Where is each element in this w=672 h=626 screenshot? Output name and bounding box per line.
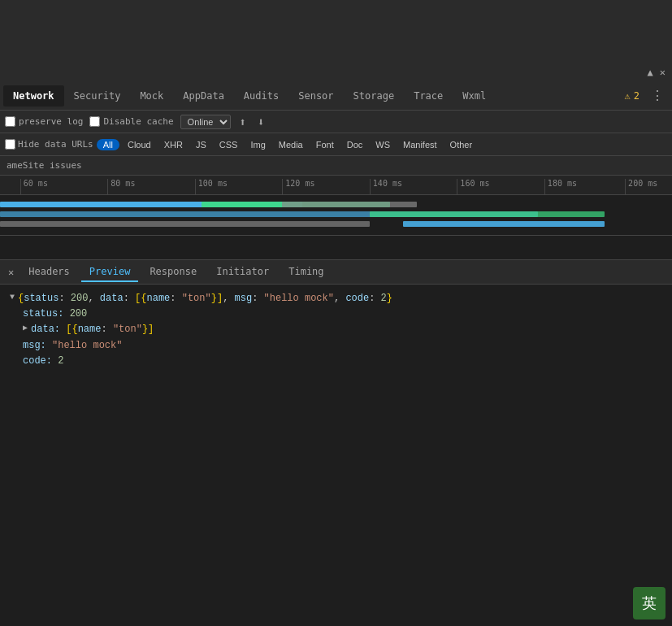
tab-bar: Network Security Mock AppData Audits Sen… (0, 81, 672, 111)
main-content: Network Security Mock AppData Audits Sen… (0, 81, 672, 626)
root-expand-arrow[interactable]: ▼ (10, 291, 15, 304)
hide-data-urls-label: Hide data URLs (18, 139, 93, 150)
tab-network[interactable]: Network (3, 85, 64, 107)
filter-bar: Hide data URLs All Cloud XHR JS CSS Img … (0, 133, 672, 156)
preview-status-line: status: 200 (23, 306, 662, 322)
timeline-waterfall (0, 195, 672, 236)
filter-doc[interactable]: Doc (342, 139, 368, 150)
detail-tab-headers[interactable]: Headers (20, 263, 78, 282)
tab-trace[interactable]: Trace (404, 85, 453, 107)
download-icon[interactable]: ⬇ (255, 115, 267, 128)
filter-img[interactable]: Img (245, 139, 270, 150)
preview-code-line: code: 2 (23, 354, 662, 369)
minimize-icon[interactable]: ▲ (648, 67, 653, 78)
filter-font[interactable]: Font (311, 139, 339, 150)
close-icon[interactable]: ✕ (660, 67, 665, 78)
filter-manifest[interactable]: Manifest (398, 139, 442, 150)
preview-msg-line: msg: "hello mock" (23, 338, 662, 354)
top-bar: ▲ ✕ (0, 0, 672, 81)
tab-security[interactable]: Security (64, 85, 131, 107)
upload-icon[interactable]: ⬆ (237, 115, 249, 128)
disable-cache-checkbox[interactable]: Disable cache (89, 116, 173, 127)
timeline-header: 60 ms 80 ms 100 ms 120 ms 140 ms 160 ms … (0, 176, 672, 195)
detail-close-icon[interactable]: ✕ (5, 267, 17, 278)
preview-pane: ▼ {status: 200, data: [{name: "ton"}], m… (0, 285, 672, 626)
detail-tab-preview[interactable]: Preview (81, 263, 139, 282)
preserve-log-label: preserve log (19, 116, 83, 127)
tab-storage[interactable]: Storage (344, 85, 405, 107)
toolbar: preserve log Disable cache Online ⬆ ⬇ (0, 111, 672, 133)
warning-count: 2 (634, 90, 639, 102)
detail-tab-initiator[interactable]: Initiator (208, 263, 277, 282)
network-condition-select[interactable]: Online (180, 115, 231, 129)
tick-3: 120 ms (282, 179, 314, 195)
waterfall-bar-6 (0, 221, 370, 227)
filter-js[interactable]: JS (191, 139, 211, 150)
tab-appdata[interactable]: AppData (173, 85, 234, 107)
tick-4: 140 ms (370, 179, 402, 195)
top-bar-icons: ▲ ✕ (648, 67, 665, 78)
tick-6: 180 ms (544, 179, 577, 195)
disable-cache-input[interactable] (89, 116, 100, 127)
tick-2: 100 ms (195, 179, 228, 195)
samesite-text: ameSite issues (7, 160, 82, 171)
filter-other[interactable]: Other (445, 139, 478, 150)
hide-data-urls-input[interactable] (5, 139, 15, 150)
hide-data-urls-checkbox[interactable]: Hide data URLs (5, 139, 93, 150)
tab-wxml[interactable]: Wxml (453, 85, 496, 107)
warning-badge: ⚠ 2 (625, 90, 639, 102)
preserve-log-checkbox[interactable]: preserve log (5, 116, 83, 127)
waterfall-bar-5 (370, 211, 605, 217)
tab-menu-icon[interactable]: ⋮ (646, 88, 669, 103)
detail-tab-timing[interactable]: Timing (280, 263, 332, 282)
waterfall-bar-7 (403, 221, 605, 227)
preserve-log-input[interactable] (5, 116, 15, 127)
filter-cloud[interactable]: Cloud (123, 139, 156, 150)
empty-row (0, 236, 672, 260)
timeline-ticks: 60 ms 80 ms 100 ms 120 ms 140 ms 160 ms … (0, 176, 672, 194)
tab-mock[interactable]: Mock (130, 85, 173, 107)
filter-css[interactable]: CSS (215, 139, 243, 150)
filter-media[interactable]: Media (274, 139, 308, 150)
tick-5: 160 ms (457, 179, 489, 195)
warning-icon: ⚠ (625, 90, 631, 102)
tick-1: 80 ms (107, 179, 135, 195)
tick-0: 60 ms (20, 179, 48, 195)
samesite-bar: ameSite issues (0, 156, 672, 176)
preview-data-line: ▶ data: [{name: "ton"}] (23, 322, 662, 337)
data-expand-arrow[interactable]: ▶ (23, 322, 28, 335)
waterfall-bar-3 (282, 202, 416, 207)
filter-all[interactable]: All (97, 139, 119, 150)
disable-cache-label: Disable cache (103, 116, 173, 127)
filter-ws[interactable]: WS (371, 139, 395, 150)
tick-7: 200 ms (625, 179, 657, 195)
preview-root-line: ▼ {status: 200, data: [{name: "ton"}], m… (10, 291, 662, 306)
corner-icon[interactable]: 英 (633, 587, 665, 619)
detail-tab-response[interactable]: Response (141, 263, 205, 282)
tab-sensor[interactable]: Sensor (288, 85, 343, 107)
detail-header: ✕ Headers Preview Response Initiator Tim… (0, 260, 672, 285)
tab-audits[interactable]: Audits (234, 85, 288, 107)
filter-xhr[interactable]: XHR (159, 139, 188, 150)
